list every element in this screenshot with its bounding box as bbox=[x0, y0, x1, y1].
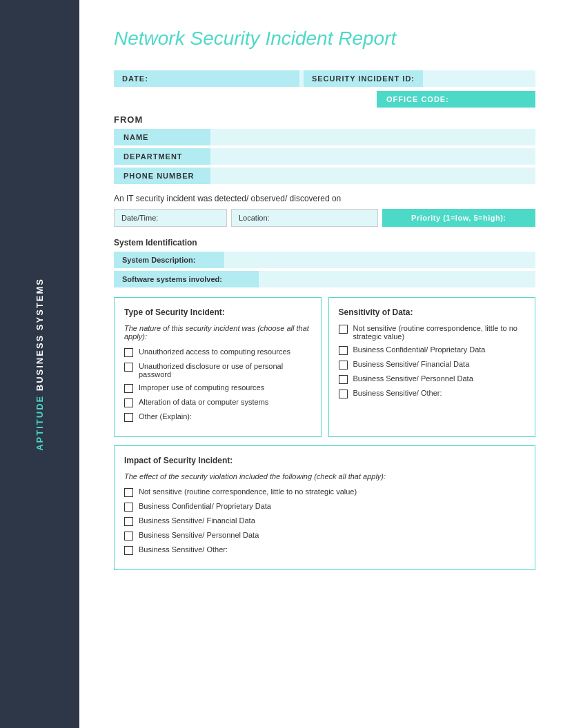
brand-aptitude: APTITUDE bbox=[34, 394, 45, 450]
main-content: Network Security Incident Report DATE: S… bbox=[79, 0, 563, 728]
impact-subtitle: The effect of the security violation inc… bbox=[124, 472, 525, 481]
impact-checkbox-item[interactable]: Business Sensitive/ Personnel Data bbox=[124, 531, 525, 540]
impact-title: Impact of Security Incident: bbox=[124, 456, 525, 465]
security-id-label: SECURITY INCIDENT ID: bbox=[304, 70, 423, 87]
office-code-field: OFFICE CODE: bbox=[377, 91, 535, 108]
sens-checkbox-label-4: Business Sensitive/ Personnel Data bbox=[353, 374, 473, 383]
type-subtitle: The nature of this security incident was… bbox=[124, 324, 311, 341]
type-sensitivity-section: Type of Security Incident: The nature of… bbox=[114, 297, 535, 437]
department-input[interactable] bbox=[210, 148, 535, 165]
phone-input[interactable] bbox=[210, 168, 535, 184]
office-code-input[interactable] bbox=[449, 95, 526, 103]
sensitivity-checkbox-item[interactable]: Business Sensitive/ Financial Data bbox=[339, 360, 526, 370]
sens-checkbox-4[interactable] bbox=[339, 375, 348, 384]
date-field: DATE: bbox=[114, 70, 299, 87]
type-checkbox-label-2: Unauthorized disclosure or use of person… bbox=[139, 362, 311, 378]
type-checkbox-label-5: Other (Explain): bbox=[139, 412, 192, 421]
detection-location-label: Location: bbox=[232, 210, 377, 226]
impact-checkbox-1[interactable] bbox=[124, 488, 133, 497]
brand-business: BUSINESS SYSTEMS bbox=[34, 278, 45, 395]
top-fields-row: DATE: SECURITY INCIDENT ID: bbox=[114, 70, 535, 87]
security-id-field: SECURITY INCIDENT ID: bbox=[304, 70, 535, 87]
sens-checkbox-5[interactable] bbox=[339, 390, 348, 398]
impact-checkbox-item[interactable]: Business Sensitive/ Other: bbox=[124, 545, 525, 555]
office-code-row: OFFICE CODE: bbox=[114, 91, 535, 108]
name-field: NAME bbox=[114, 129, 535, 145]
detection-location-field: Location: bbox=[231, 209, 378, 227]
system-desc-row: System Description: bbox=[114, 252, 535, 268]
type-checkboxes: Unauthorized access to computing resourc… bbox=[124, 347, 311, 422]
type-checkbox-item[interactable]: Unauthorized access to computing resourc… bbox=[124, 347, 311, 357]
impact-checkbox-label-1: Not sensitive (routine correspondence, l… bbox=[139, 487, 357, 496]
brand-text: APTITUDE BUSINESS SYSTEMS bbox=[34, 278, 45, 451]
sensitivity-checkbox-item[interactable]: Business Sensitive/ Other: bbox=[339, 389, 526, 398]
department-field: DEPARTMENT bbox=[114, 148, 535, 165]
type-checkbox-label-4: Alteration of data or computer systems bbox=[139, 398, 268, 406]
detection-datetime-label: Date/Time: bbox=[115, 210, 226, 226]
impact-checkbox-label-3: Business Sensitive/ Financial Data bbox=[139, 516, 255, 525]
sensitivity-checkbox-item[interactable]: Not sensitive (routine correspondence, l… bbox=[339, 324, 526, 341]
detection-fields-row: Date/Time: Location: Priority (1=low, 5=… bbox=[114, 209, 535, 227]
impact-checkbox-5[interactable] bbox=[124, 546, 133, 555]
impact-checkbox-2[interactable] bbox=[124, 503, 133, 512]
name-label: NAME bbox=[114, 129, 210, 145]
impact-checkbox-label-5: Business Sensitive/ Other: bbox=[139, 545, 228, 554]
impact-checkbox-label-4: Business Sensitive/ Personnel Data bbox=[139, 531, 259, 539]
system-desc-label: System Description: bbox=[114, 252, 224, 268]
impact-checkboxes: Not sensitive (routine correspondence, l… bbox=[124, 487, 525, 555]
sw-systems-label: Software systems involved: bbox=[114, 271, 259, 287]
department-label: DEPARTMENT bbox=[114, 148, 210, 165]
type-checkbox-item[interactable]: Alteration of data or computer systems bbox=[124, 398, 311, 407]
sensitivity-checkbox-item[interactable]: Business Sensitive/ Personnel Data bbox=[339, 374, 526, 384]
office-code-label: OFFICE CODE: bbox=[386, 95, 449, 103]
date-label: DATE: bbox=[114, 70, 299, 87]
system-desc-input[interactable] bbox=[224, 252, 535, 268]
phone-label: PHONE NUMBER bbox=[114, 168, 210, 184]
name-input[interactable] bbox=[210, 129, 535, 145]
system-id-label: System Identification bbox=[114, 238, 535, 247]
sens-checkbox-label-5: Business Sensitive/ Other: bbox=[353, 389, 442, 397]
impact-checkbox-item[interactable]: Not sensitive (routine correspondence, l… bbox=[124, 487, 525, 497]
type-checkbox-label-1: Unauthorized access to computing resourc… bbox=[139, 347, 290, 356]
sens-checkbox-3[interactable] bbox=[339, 361, 348, 370]
checkbox-4[interactable] bbox=[124, 398, 133, 407]
system-section: System Identification System Description… bbox=[114, 238, 535, 287]
sensitivity-section: Sensitivity of Data: Not sensitive (rout… bbox=[328, 297, 536, 437]
impact-checkbox-label-2: Business Confidential/ Proprietary Data bbox=[139, 502, 271, 510]
type-checkbox-label-3: Improper use of computing resources bbox=[139, 383, 264, 392]
security-id-input[interactable] bbox=[423, 70, 535, 87]
checkbox-3[interactable] bbox=[124, 384, 133, 393]
detection-datetime-field: Date/Time: bbox=[114, 209, 227, 227]
phone-field: PHONE NUMBER bbox=[114, 168, 535, 184]
impact-section: Impact of Security Incident: The effect … bbox=[114, 445, 535, 570]
from-label: FROM bbox=[114, 114, 535, 125]
impact-checkbox-3[interactable] bbox=[124, 517, 133, 526]
checkbox-5[interactable] bbox=[124, 413, 133, 422]
sens-checkbox-label-1: Not sensitive (routine correspondence, l… bbox=[353, 324, 526, 341]
checkbox-2[interactable] bbox=[124, 363, 133, 372]
type-checkbox-item[interactable]: Unauthorized disclosure or use of person… bbox=[124, 362, 311, 378]
sw-systems-input[interactable] bbox=[259, 271, 535, 287]
sensitivity-title: Sensitivity of Data: bbox=[339, 307, 526, 317]
sens-checkbox-label-3: Business Sensitive/ Financial Data bbox=[353, 360, 470, 368]
page-title: Network Security Incident Report bbox=[114, 28, 535, 50]
sens-checkbox-1[interactable] bbox=[339, 325, 348, 334]
type-title: Type of Security Incident: bbox=[124, 307, 311, 317]
sidebar: APTITUDE BUSINESS SYSTEMS bbox=[0, 0, 79, 728]
type-checkbox-item[interactable]: Other (Explain): bbox=[124, 412, 311, 422]
impact-checkbox-item[interactable]: Business Confidential/ Proprietary Data bbox=[124, 502, 525, 512]
sensitivity-checkboxes: Not sensitive (routine correspondence, l… bbox=[339, 324, 526, 398]
sensitivity-checkbox-item[interactable]: Business Confidential/ Proprietary Data bbox=[339, 345, 526, 355]
impact-checkbox-item[interactable]: Business Sensitive/ Financial Data bbox=[124, 516, 525, 526]
impact-checkbox-4[interactable] bbox=[124, 532, 133, 540]
priority-field: Priority (1=low, 5=high): bbox=[382, 209, 535, 227]
type-section: Type of Security Incident: The nature of… bbox=[114, 297, 322, 437]
sw-systems-row: Software systems involved: bbox=[114, 271, 535, 287]
priority-label: Priority (1=low, 5=high): bbox=[411, 214, 506, 222]
sens-checkbox-2[interactable] bbox=[339, 346, 348, 355]
checkbox-1[interactable] bbox=[124, 348, 133, 357]
sens-checkbox-label-2: Business Confidential/ Proprietary Data bbox=[353, 345, 486, 354]
incident-detected-text: An IT security incident was detected/ ob… bbox=[114, 194, 535, 203]
type-checkbox-item[interactable]: Improper use of computing resources bbox=[124, 383, 311, 393]
